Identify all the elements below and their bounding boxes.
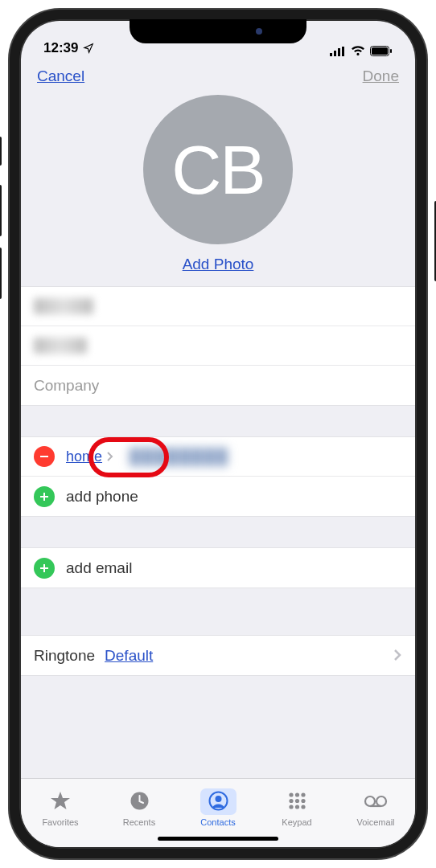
- svg-rect-6: [390, 49, 392, 53]
- add-email-icon: [34, 558, 55, 579]
- add-phone-label: add phone: [66, 488, 138, 506]
- tab-keypad[interactable]: Keypad: [257, 779, 336, 836]
- tab-favorites[interactable]: Favorites: [21, 779, 100, 836]
- cancel-button[interactable]: Cancel: [37, 68, 84, 85]
- svg-rect-0: [330, 53, 332, 56]
- add-phone-row[interactable]: add phone: [21, 477, 415, 516]
- nav-bar: Cancel Done: [21, 58, 415, 90]
- battery-icon: [370, 46, 393, 56]
- status-time: 12:39: [43, 40, 78, 56]
- done-button[interactable]: Done: [363, 68, 399, 85]
- svg-point-22: [294, 805, 298, 809]
- contact-icon: [208, 803, 228, 813]
- svg-point-24: [365, 796, 375, 806]
- ringtone-value: Default: [105, 647, 153, 665]
- star-icon: [50, 803, 71, 813]
- mute-switch: [0, 137, 2, 166]
- avatar-initials: CB: [171, 130, 264, 210]
- spacer: [21, 517, 415, 547]
- keypad-icon: [287, 803, 307, 813]
- company-placeholder: Company: [34, 377, 99, 395]
- tab-voicemail-label: Voicemail: [356, 817, 394, 827]
- svg-point-23: [301, 805, 305, 809]
- camera-dot: [256, 28, 262, 35]
- spacer: [21, 588, 415, 635]
- svg-rect-5: [372, 47, 388, 55]
- notch: [130, 19, 306, 43]
- add-phone-icon: [34, 486, 55, 507]
- svg-rect-1: [334, 51, 336, 56]
- home-indicator[interactable]: [158, 837, 278, 841]
- ringtone-section: Ringtone Default: [21, 635, 415, 676]
- tab-contacts[interactable]: Contacts: [179, 779, 257, 836]
- phone-number-value-redacted: ████████: [130, 448, 229, 465]
- wifi-icon: [351, 46, 365, 56]
- svg-point-14: [215, 796, 221, 802]
- svg-rect-9: [40, 496, 48, 497]
- tab-favorites-label: Favorites: [42, 817, 78, 827]
- cellular-icon: [330, 47, 346, 56]
- spacer: [21, 406, 415, 436]
- first-name-value-redacted: [34, 298, 93, 314]
- avatar[interactable]: CB: [143, 95, 293, 244]
- chevron-right-icon: [393, 645, 402, 667]
- phone-type-selector[interactable]: home: [66, 448, 113, 465]
- chevron-right-icon: [105, 451, 113, 462]
- last-name-value-redacted: [34, 338, 87, 354]
- add-photo-button[interactable]: Add Photo: [183, 256, 254, 273]
- phone-section: home ████████ add phone: [21, 436, 415, 517]
- svg-rect-2: [338, 48, 340, 56]
- svg-rect-3: [342, 47, 344, 56]
- tab-keypad-label: Keypad: [282, 817, 311, 827]
- add-email-row[interactable]: add email: [21, 548, 415, 588]
- tab-recents[interactable]: Recents: [100, 779, 179, 836]
- email-section: add email: [21, 547, 415, 588]
- volume-down-button: [0, 248, 2, 299]
- svg-point-19: [294, 798, 298, 802]
- screen: 12:39 Canc: [21, 21, 415, 847]
- ringtone-row[interactable]: Ringtone Default: [21, 636, 415, 675]
- device-frame: 12:39 Canc: [0, 0, 436, 868]
- svg-point-20: [301, 798, 305, 802]
- name-section: Company: [21, 286, 415, 406]
- last-name-field[interactable]: [21, 326, 415, 366]
- phone-body: 12:39 Canc: [10, 10, 426, 858]
- first-name-field[interactable]: [21, 287, 415, 326]
- svg-point-18: [289, 798, 293, 802]
- svg-rect-7: [40, 456, 48, 457]
- ringtone-label: Ringtone: [34, 647, 95, 665]
- svg-point-17: [301, 792, 305, 796]
- phone-type-label: home: [66, 448, 102, 465]
- volume-up-button: [0, 185, 2, 236]
- voicemail-icon: [364, 803, 388, 813]
- location-icon: [83, 43, 94, 54]
- remove-phone-button[interactable]: [34, 446, 55, 467]
- svg-point-25: [376, 796, 386, 806]
- tab-recents-label: Recents: [123, 817, 155, 827]
- company-field[interactable]: Company: [21, 366, 415, 405]
- tab-contacts-label: Contacts: [200, 817, 235, 827]
- svg-point-16: [294, 792, 298, 796]
- svg-point-21: [289, 805, 293, 809]
- avatar-section: CB Add Photo: [21, 90, 415, 286]
- svg-rect-11: [40, 567, 48, 569]
- phone-entry-row[interactable]: home ████████: [21, 437, 415, 477]
- svg-point-15: [289, 792, 293, 796]
- tab-voicemail[interactable]: Voicemail: [336, 779, 415, 836]
- add-email-label: add email: [66, 559, 132, 577]
- clock-icon: [130, 803, 150, 813]
